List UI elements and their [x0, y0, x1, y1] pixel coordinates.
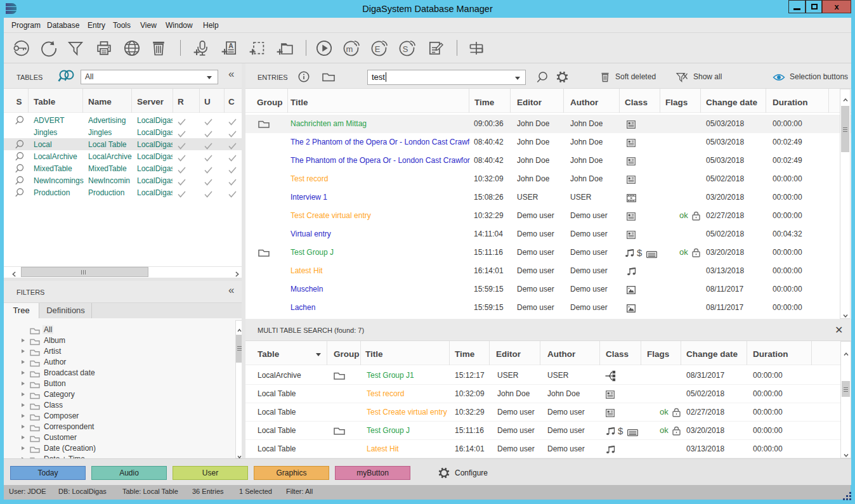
svg-text:E: E [375, 44, 381, 54]
svg-text:m: m [346, 44, 353, 54]
svg-text:S: S [403, 44, 408, 54]
svg-text:A: A [228, 42, 233, 49]
